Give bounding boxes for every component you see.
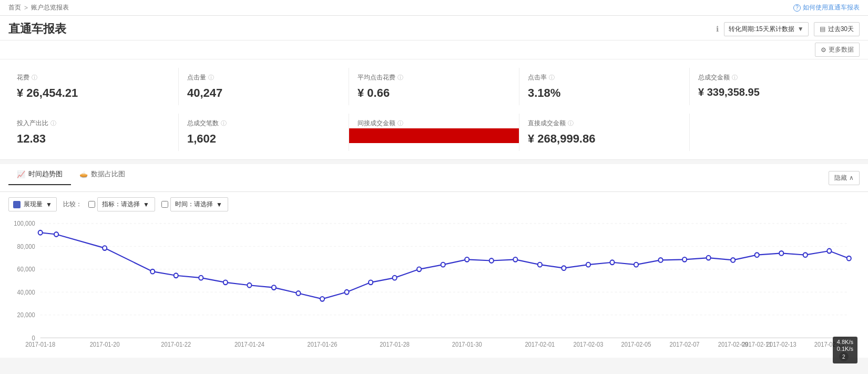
- svg-point-27: [441, 262, 445, 267]
- time-arrow: ▼: [216, 201, 222, 208]
- svg-point-34: [610, 260, 614, 265]
- metric-select-label: 展现量: [24, 200, 43, 209]
- collapse-button[interactable]: 隐藏 ∧: [829, 171, 860, 185]
- calendar-icon: ▤: [820, 25, 825, 33]
- svg-text:2017-01-20: 2017-01-20: [90, 341, 120, 347]
- svg-point-31: [538, 262, 542, 267]
- metric-value-1: 40,247: [187, 86, 340, 100]
- svg-text:2017-01-22: 2017-01-22: [161, 341, 191, 347]
- indicator-label: 指标：请选择: [102, 200, 140, 209]
- svg-point-32: [561, 266, 566, 270]
- metric-info-2[interactable]: ⓘ: [397, 74, 403, 82]
- metric-label-0: 花费 ⓘ: [17, 73, 170, 82]
- svg-text:100,000: 100,000: [14, 220, 35, 227]
- svg-point-21: [296, 291, 300, 296]
- svg-point-18: [223, 280, 228, 285]
- time-label: 时间：请选择: [175, 200, 213, 209]
- tab-trend[interactable]: 📈 时间趋势图: [8, 164, 71, 185]
- time-check: 时间：请选择 ▼: [161, 197, 228, 211]
- metric-color-box: [13, 201, 21, 208]
- metric-value-6: 1,602: [187, 132, 340, 146]
- svg-point-15: [150, 269, 155, 274]
- svg-point-25: [393, 276, 397, 280]
- help-link[interactable]: ? 如何使用直通车报表: [793, 3, 860, 12]
- metric-card-1: 点击量 ⓘ 40,247: [179, 68, 349, 105]
- metrics-container: 花费 ⓘ ¥ 26,454.21 点击量 ⓘ 40,247 平均点击花费 ⓘ ¥…: [0, 59, 868, 160]
- chart-controls: 展现量 ▼ 比较： 指标：请选择 ▼ 时间：请选择 ▼: [8, 197, 860, 211]
- more-data-button[interactable]: ⚙ 更多数据: [815, 43, 860, 57]
- metric-label-3: 点击率 ⓘ: [528, 73, 681, 82]
- svg-point-17: [199, 276, 203, 280]
- breadcrumb-sep: >: [24, 4, 28, 12]
- metric-arrow: ▼: [46, 201, 52, 208]
- chart-tabs: 📈 时间趋势图 🥧 数据占比图: [8, 164, 134, 185]
- svg-point-41: [779, 251, 783, 256]
- svg-point-14: [103, 246, 107, 250]
- indicator-arrow: ▼: [143, 201, 149, 208]
- metric-card-0: 花费 ⓘ ¥ 26,454.21: [8, 68, 179, 105]
- compare-label: 比较：: [63, 200, 82, 209]
- more-data-label: 更多数据: [829, 45, 854, 54]
- metric-label-4: 总成交金额 ⓘ: [698, 73, 851, 82]
- metrics-row-1: 花费 ⓘ ¥ 26,454.21 点击量 ⓘ 40,247 平均点击花费 ⓘ ¥…: [8, 68, 860, 105]
- svg-point-44: [847, 256, 851, 261]
- metric-selector[interactable]: 展现量 ▼: [8, 197, 57, 211]
- metric-card-3: 点击率 ⓘ 3.18%: [519, 68, 690, 105]
- svg-point-29: [489, 258, 494, 263]
- metric-card-4: 总成交金额 ⓘ ¥ 339,358.95: [690, 68, 860, 105]
- top-bar: 首页 > 账户总览报表 ? 如何使用直通车报表: [0, 0, 868, 16]
- tab-trend-label: 时间趋势图: [28, 169, 63, 179]
- metric-info-3[interactable]: ⓘ: [549, 74, 555, 82]
- svg-text:60,000: 60,000: [17, 266, 35, 272]
- metric-value-2: ¥ 0.66: [358, 86, 510, 100]
- metric-info-0[interactable]: ⓘ: [32, 74, 37, 82]
- svg-point-22: [320, 297, 324, 301]
- date-label: 过去30天: [828, 25, 854, 34]
- breadcrumb-home[interactable]: 首页: [8, 3, 21, 12]
- metric-label-2: 平均点击花费 ⓘ: [358, 73, 510, 82]
- svg-point-16: [174, 273, 178, 278]
- tab-proportion-label: 数据占比图: [91, 169, 125, 179]
- upload-speed: 4.8K/s: [837, 339, 853, 345]
- metric-card-5: 投入产出比 ⓘ 12.83: [8, 114, 179, 151]
- metrics-row-2: 投入产出比 ⓘ 12.83 总成交笔数 ⓘ 1,602 间接成交金额 ⓘ ¥ 7…: [8, 114, 860, 151]
- period-arrow: ▼: [798, 25, 804, 33]
- info-icon[interactable]: ℹ: [716, 25, 719, 33]
- header-controls: ℹ 转化周期:15天累计数据 ▼ ▤ 过去30天: [716, 22, 860, 36]
- svg-text:20,000: 20,000: [17, 312, 35, 318]
- svg-text:2017-01-30: 2017-01-30: [452, 341, 482, 347]
- period-select[interactable]: 转化周期:15天累计数据 ▼: [724, 22, 809, 36]
- metric-info-8[interactable]: ⓘ: [568, 119, 574, 127]
- metric-info-7[interactable]: ⓘ: [397, 119, 403, 127]
- svg-text:2017-02-13: 2017-02-13: [767, 341, 796, 347]
- metric-card-7: 间接成交金额 ⓘ ¥ 70,359.09: [349, 114, 519, 151]
- svg-point-35: [634, 262, 638, 267]
- time-selector[interactable]: 时间：请选择 ▼: [170, 197, 228, 211]
- time-checkbox[interactable]: [161, 201, 168, 208]
- network-badge: 2: [839, 352, 849, 358]
- metric-value-4: ¥ 339,358.95: [698, 86, 851, 98]
- indicator-checkbox[interactable]: [88, 201, 95, 208]
- svg-text:2017-02-01: 2017-02-01: [525, 341, 555, 347]
- settings-icon: ⚙: [821, 46, 826, 54]
- svg-point-39: [731, 258, 735, 262]
- metric-card-8: 直接成交金额 ⓘ ¥ 268,999.86: [519, 114, 690, 151]
- collapse-icon: ∧: [849, 174, 854, 181]
- svg-point-20: [272, 285, 276, 290]
- svg-point-26: [417, 267, 421, 271]
- svg-point-12: [38, 230, 43, 235]
- metric-info-5[interactable]: ⓘ: [50, 119, 56, 127]
- svg-text:2017-01-28: 2017-01-28: [380, 341, 410, 347]
- metric-value-3: 3.18%: [528, 86, 681, 100]
- date-button[interactable]: ▤ 过去30天: [814, 22, 860, 36]
- svg-text:2017-02-05: 2017-02-05: [621, 341, 651, 347]
- svg-point-36: [659, 258, 663, 262]
- svg-point-37: [682, 257, 687, 262]
- svg-text:2017-01-18: 2017-01-18: [25, 341, 55, 347]
- svg-text:2017-02-03: 2017-02-03: [573, 341, 603, 347]
- metric-info-6[interactable]: ⓘ: [221, 119, 227, 127]
- metric-info-4[interactable]: ⓘ: [732, 74, 738, 82]
- indicator-selector[interactable]: 指标：请选择 ▼: [97, 197, 155, 211]
- metric-info-1[interactable]: ⓘ: [208, 74, 214, 82]
- tab-proportion[interactable]: 🥧 数据占比图: [71, 164, 134, 185]
